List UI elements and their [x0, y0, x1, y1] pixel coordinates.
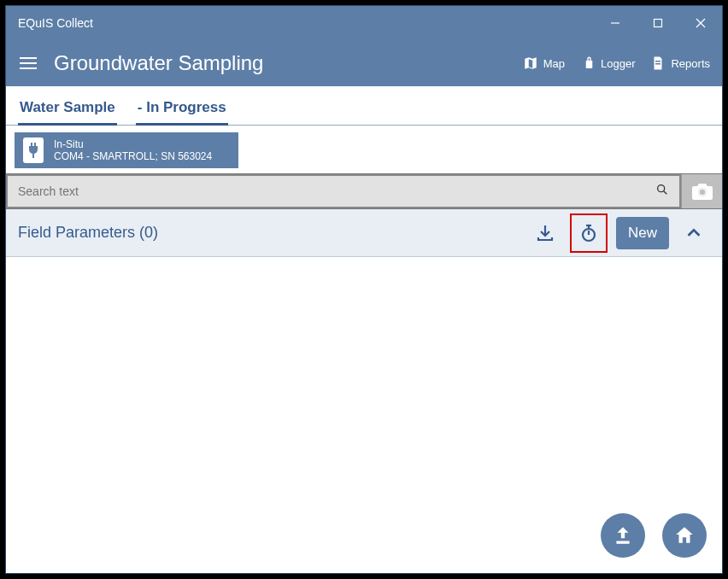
close-button[interactable]	[679, 6, 722, 40]
search-icon[interactable]	[655, 183, 669, 200]
map-label: Map	[543, 57, 565, 70]
download-icon	[535, 223, 555, 243]
camera-icon	[691, 182, 713, 201]
menu-button[interactable]	[18, 54, 38, 73]
stopwatch-highlight	[570, 213, 608, 253]
search-row	[6, 173, 722, 209]
tab-water-sample[interactable]: Water Sample	[18, 92, 117, 126]
content-area	[6, 257, 722, 573]
section-title: Field Parameters (0)	[18, 224, 520, 242]
minimize-icon	[610, 18, 620, 28]
minimize-button[interactable]	[594, 6, 637, 40]
app-window: EQuIS Collect Groundwater Sampling Map	[5, 5, 723, 574]
upload-fab[interactable]	[601, 513, 645, 558]
reports-icon	[650, 56, 666, 71]
device-chip[interactable]: In-Situ COM4 - SMARTROLL; SN 563024	[15, 132, 238, 168]
logger-button[interactable]: Logger	[580, 56, 635, 71]
svg-point-4	[658, 185, 665, 192]
close-icon	[695, 17, 707, 29]
app-title: EQuIS Collect	[18, 16, 594, 30]
map-button[interactable]: Map	[523, 56, 565, 71]
svg-rect-1	[655, 20, 662, 27]
fab-row	[601, 513, 707, 558]
device-text: In-Situ COM4 - SMARTROLL; SN 563024	[54, 138, 212, 163]
device-name: In-Situ	[54, 138, 212, 150]
home-icon	[673, 524, 696, 547]
header: Groundwater Sampling Map Logger Reports	[6, 40, 722, 86]
header-actions: Map Logger Reports	[523, 56, 710, 71]
hamburger-icon	[20, 57, 37, 59]
stopwatch-icon	[578, 223, 599, 243]
tab-in-progress[interactable]: - In Progress	[136, 92, 228, 126]
home-fab[interactable]	[662, 513, 707, 558]
maximize-icon	[653, 18, 663, 28]
device-detail: COM4 - SMARTROLL; SN 563024	[54, 150, 212, 162]
search-box[interactable]	[6, 174, 681, 208]
new-label: New	[628, 225, 657, 242]
window-controls	[594, 6, 722, 40]
svg-line-5	[664, 191, 667, 195]
tabs: Water Sample - In Progress	[6, 86, 722, 126]
stopwatch-button[interactable]	[572, 215, 606, 251]
search-input[interactable]	[18, 184, 669, 198]
reports-label: Reports	[671, 57, 710, 70]
new-button[interactable]: New	[616, 217, 669, 249]
collapse-button[interactable]	[678, 217, 710, 249]
titlebar: EQuIS Collect	[6, 6, 722, 40]
upload-icon	[612, 524, 634, 547]
map-icon	[523, 56, 538, 71]
page-title: Groundwater Sampling	[54, 51, 508, 75]
field-parameters-section: Field Parameters (0) New	[6, 209, 722, 257]
download-button[interactable]	[529, 217, 561, 249]
maximize-button[interactable]	[637, 6, 679, 40]
device-row: In-Situ COM4 - SMARTROLL; SN 563024	[6, 126, 722, 173]
chevron-up-icon	[684, 224, 703, 243]
plug-icon	[23, 137, 44, 163]
logger-icon	[580, 56, 596, 71]
svg-rect-9	[616, 541, 629, 544]
reports-button[interactable]: Reports	[650, 56, 710, 71]
logger-label: Logger	[601, 57, 635, 70]
camera-button[interactable]	[681, 174, 722, 208]
